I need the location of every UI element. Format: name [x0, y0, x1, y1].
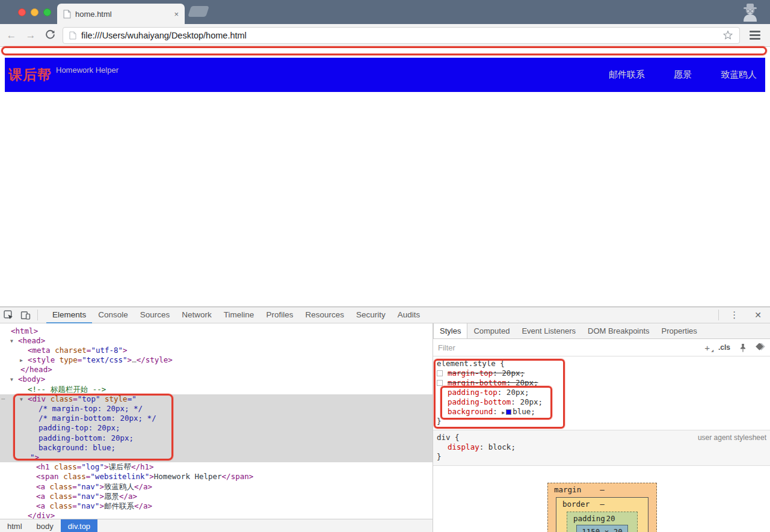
tree-gutter-dots: ⋯: [1, 394, 5, 404]
devtools-tabs: ElementsConsoleSourcesNetworkTimelinePro…: [46, 307, 426, 323]
styles-filter-input[interactable]: [438, 343, 704, 352]
elements-breadcrumb: htmlbodydiv.top: [0, 519, 433, 532]
devtools-tab-audits[interactable]: Audits: [392, 307, 427, 323]
device-toolbar-icon[interactable]: [17, 307, 34, 323]
breadcrumb-item-html[interactable]: html: [0, 519, 29, 532]
back-button[interactable]: ←: [4, 29, 19, 41]
tree-line[interactable]: <span class="websitelink">Homework Helpe…: [0, 472, 433, 482]
devtools-close-icon[interactable]: ✕: [746, 310, 770, 320]
sidebar-tab-dom-breakpoints[interactable]: DOM Breakpoints: [582, 323, 656, 338]
padding-left-value[interactable]: –: [569, 527, 574, 532]
tree-line[interactable]: ▶<style type="text/css">…</style>: [0, 355, 433, 365]
devtools-tab-console[interactable]: Console: [92, 307, 134, 323]
page-site-header: 课后帮 Homework Helper 邮件联系愿景致蓝鸥人: [5, 58, 765, 92]
property-checkbox[interactable]: [437, 380, 443, 386]
margin-right-value[interactable]: –: [650, 527, 655, 532]
breadcrumb-item-div.top[interactable]: div.top: [61, 519, 97, 532]
devtools-tab-network[interactable]: Network: [176, 307, 218, 323]
expanded-arrow-icon[interactable]: ▼: [10, 337, 13, 346]
tree-line[interactable]: <meta charset="utf-8">: [0, 346, 433, 355]
property-checkbox[interactable]: [437, 370, 443, 376]
tree-line[interactable]: /* margin-top: 20px; */: [0, 404, 433, 414]
devtools-tab-security[interactable]: Security: [350, 307, 392, 323]
close-window-button[interactable]: [18, 8, 26, 16]
tab-close-icon[interactable]: ×: [174, 10, 179, 19]
devtools-tab-timeline[interactable]: Timeline: [218, 307, 260, 323]
css-property[interactable]: padding-bottom: 20px;: [437, 397, 766, 407]
tree-line[interactable]: padding-top: 20px;: [0, 423, 433, 433]
collapsed-arrow-icon[interactable]: ▶: [20, 356, 23, 365]
css-property-disabled[interactable]: margin-bottom: 20px;: [437, 378, 766, 388]
bookmark-star-icon[interactable]: [722, 30, 733, 41]
border-left-value[interactable]: –: [559, 527, 564, 532]
tree-line[interactable]: </div>: [0, 511, 433, 519]
tree-line[interactable]: ">: [0, 453, 433, 462]
expanded-arrow-icon[interactable]: ▼: [20, 395, 23, 405]
reload-button[interactable]: [42, 29, 58, 42]
screenshot-root: home.html × ← → file:///Users/wuhaiyang/…: [0, 0, 770, 532]
padding-right-value[interactable]: –: [630, 527, 635, 532]
tree-line[interactable]: <a class="nav">致蓝鸥人</a>: [0, 482, 433, 492]
tree-line[interactable]: <h1 class="log">课后帮</h1>: [0, 462, 433, 472]
new-style-rule-icon[interactable]: +: [704, 343, 710, 353]
expand-arrow-icon[interactable]: ▶: [502, 410, 505, 415]
devtools-tab-elements[interactable]: Elements: [46, 307, 92, 323]
tree-line[interactable]: background: blue;: [0, 443, 433, 453]
css-property[interactable]: padding-top: 20px;: [437, 388, 766, 397]
browser-menu-icon[interactable]: [746, 31, 764, 40]
sidebar-tab-styles[interactable]: Styles: [433, 323, 467, 338]
margin-left-value[interactable]: –: [549, 527, 554, 532]
tree-line[interactable]: <a class="nav">愿景</a>: [0, 492, 433, 501]
element-style-rule: element.style { margin-top: 20px; margin…: [433, 356, 770, 430]
sidebar-tab-computed[interactable]: Computed: [467, 323, 516, 338]
tree-line[interactable]: ⋯▼<div class="top" style=": [0, 394, 433, 404]
tree-line[interactable]: padding-bottom: 20px;: [0, 433, 433, 443]
site-logo: 课后帮: [5, 66, 52, 84]
browser-toolbar: ← → file:///Users/wuhaiyang/Desktop/home…: [0, 24, 770, 47]
tree-line[interactable]: <html>: [0, 326, 433, 336]
border-right-value[interactable]: –: [640, 527, 645, 532]
box-model-content[interactable]: 1150 × 20: [576, 525, 628, 532]
tree-line[interactable]: ▼<head>: [0, 336, 433, 346]
breadcrumb-item-body[interactable]: body: [29, 519, 61, 532]
tab-title: home.html: [75, 10, 170, 19]
tree-line[interactable]: <!-- 标题栏开始 -->: [0, 385, 433, 394]
css-property[interactable]: display: block;: [437, 442, 766, 452]
pin-icon[interactable]: [739, 343, 747, 352]
sidebar-tab-event-listeners[interactable]: Event Listeners: [516, 323, 582, 338]
site-nav-link[interactable]: 致蓝鸥人: [721, 69, 757, 81]
devtools-panel: ElementsConsoleSourcesNetworkTimelinePro…: [0, 307, 770, 532]
devtools-tab-sources[interactable]: Sources: [134, 307, 176, 323]
browser-tab[interactable]: home.html ×: [57, 4, 185, 24]
css-property-disabled[interactable]: margin-top: 20px;: [437, 368, 766, 378]
tree-line[interactable]: ▼<body>: [0, 375, 433, 384]
devtools-tab-profiles[interactable]: Profiles: [260, 307, 299, 323]
sidebar-tab-properties[interactable]: Properties: [656, 323, 703, 338]
site-nav-link[interactable]: 邮件联系: [609, 69, 645, 81]
computed-sidebar-icon[interactable]: [756, 343, 765, 352]
inspect-element-icon[interactable]: [0, 307, 17, 323]
window-titlebar: home.html ×: [0, 0, 770, 24]
new-tab-button[interactable]: [188, 6, 209, 17]
devtools-tab-resources[interactable]: Resources: [299, 307, 350, 323]
minimize-window-button[interactable]: [31, 8, 38, 16]
zoom-window-button[interactable]: [43, 8, 51, 16]
tree-line[interactable]: </head>: [0, 365, 433, 375]
color-swatch[interactable]: [506, 409, 511, 415]
tree-line[interactable]: /* margin-bottom: 20px; */: [0, 414, 433, 423]
expanded-arrow-icon[interactable]: ▼: [10, 375, 13, 385]
url-text: file:///Users/wuhaiyang/Desktop/home.htm…: [81, 31, 718, 40]
rule-origin: user agent stylesheet: [698, 433, 766, 442]
devtools-menu-icon[interactable]: ⋮: [722, 310, 746, 320]
site-nav-link[interactable]: 愿景: [674, 69, 692, 81]
box-model: margin – border – padding 20 1150 × 20 –…: [433, 475, 770, 532]
element-classes-icon[interactable]: .cls: [718, 343, 730, 352]
address-bar[interactable]: file:///Users/wuhaiyang/Desktop/home.htm…: [63, 27, 740, 44]
tree-line[interactable]: <a class="nav">邮件联系</a>: [0, 501, 433, 511]
css-property-background[interactable]: background: ▶blue;: [437, 407, 766, 417]
forward-button[interactable]: →: [23, 29, 38, 41]
elements-tree: <html>▼<head><meta charset="utf-8">▶<sty…: [0, 323, 433, 519]
user-agent-rule: user agent stylesheet div { display: blo…: [433, 430, 770, 466]
page-icon: [69, 31, 76, 40]
site-subtitle: Homework Helper: [56, 66, 119, 75]
